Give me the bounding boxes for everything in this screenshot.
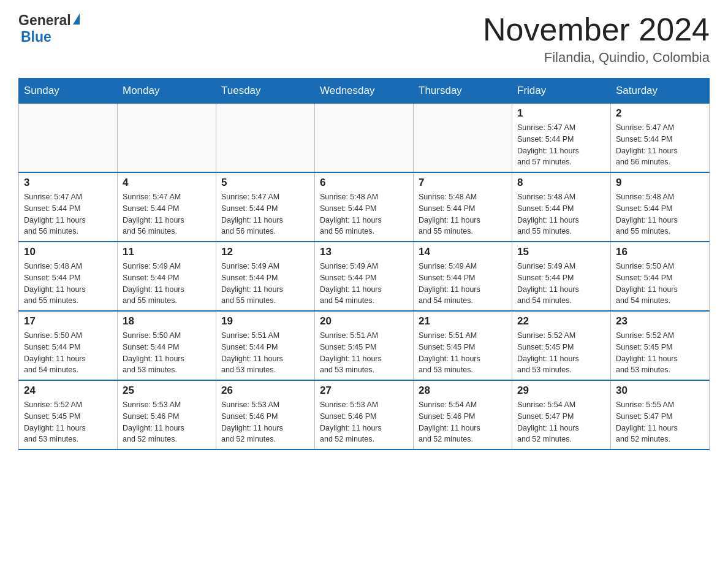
day-number: 11	[123, 246, 211, 258]
table-row: 2Sunrise: 5:47 AMSunset: 5:44 PMDaylight…	[611, 104, 710, 173]
header-sunday: Sunday	[19, 79, 118, 104]
day-number: 16	[616, 246, 704, 258]
table-row: 10Sunrise: 5:48 AMSunset: 5:44 PMDayligh…	[19, 242, 118, 311]
day-number: 20	[320, 315, 408, 327]
table-row: 26Sunrise: 5:53 AMSunset: 5:46 PMDayligh…	[216, 380, 315, 450]
table-row: 23Sunrise: 5:52 AMSunset: 5:45 PMDayligh…	[611, 311, 710, 380]
day-number: 18	[123, 315, 211, 327]
day-info: Sunrise: 5:47 AMSunset: 5:44 PMDaylight:…	[123, 191, 211, 237]
table-row	[216, 104, 315, 173]
day-info: Sunrise: 5:50 AMSunset: 5:44 PMDaylight:…	[616, 261, 704, 307]
day-info: Sunrise: 5:48 AMSunset: 5:44 PMDaylight:…	[320, 191, 408, 237]
day-info: Sunrise: 5:48 AMSunset: 5:44 PMDaylight:…	[419, 191, 507, 237]
day-info: Sunrise: 5:53 AMSunset: 5:46 PMDaylight:…	[123, 399, 211, 445]
logo-triangle-icon	[73, 13, 80, 25]
table-row	[118, 104, 216, 173]
day-info: Sunrise: 5:50 AMSunset: 5:44 PMDaylight:…	[123, 330, 211, 376]
day-number: 7	[419, 177, 507, 189]
day-info: Sunrise: 5:51 AMSunset: 5:44 PMDaylight:…	[221, 330, 309, 376]
header-saturday: Saturday	[611, 79, 710, 104]
month-title: November 2024	[483, 12, 710, 47]
day-info: Sunrise: 5:52 AMSunset: 5:45 PMDaylight:…	[616, 330, 704, 376]
table-row: 11Sunrise: 5:49 AMSunset: 5:44 PMDayligh…	[118, 242, 216, 311]
day-number: 9	[616, 177, 704, 189]
day-info: Sunrise: 5:54 AMSunset: 5:47 PMDaylight:…	[517, 399, 605, 445]
page-header: General Blue November 2024 Filandia, Qui…	[18, 12, 710, 66]
table-row	[414, 104, 512, 173]
day-number: 25	[123, 385, 211, 397]
day-number: 14	[419, 246, 507, 258]
day-number: 15	[517, 246, 605, 258]
day-number: 21	[419, 315, 507, 327]
day-number: 29	[517, 385, 605, 397]
day-info: Sunrise: 5:49 AMSunset: 5:44 PMDaylight:…	[419, 261, 507, 307]
day-number: 10	[24, 246, 112, 258]
header-wednesday: Wednesday	[315, 79, 414, 104]
table-row: 6Sunrise: 5:48 AMSunset: 5:44 PMDaylight…	[315, 172, 414, 242]
day-info: Sunrise: 5:53 AMSunset: 5:46 PMDaylight:…	[320, 399, 408, 445]
day-info: Sunrise: 5:51 AMSunset: 5:45 PMDaylight:…	[320, 330, 408, 376]
calendar-week-row: 24Sunrise: 5:52 AMSunset: 5:45 PMDayligh…	[19, 380, 710, 450]
table-row: 5Sunrise: 5:47 AMSunset: 5:44 PMDaylight…	[216, 172, 315, 242]
table-row: 14Sunrise: 5:49 AMSunset: 5:44 PMDayligh…	[414, 242, 512, 311]
day-number: 12	[221, 246, 309, 258]
day-number: 17	[24, 315, 112, 327]
header-thursday: Thursday	[414, 79, 512, 104]
table-row: 21Sunrise: 5:51 AMSunset: 5:45 PMDayligh…	[414, 311, 512, 380]
day-number: 4	[123, 177, 211, 189]
table-row: 19Sunrise: 5:51 AMSunset: 5:44 PMDayligh…	[216, 311, 315, 380]
day-info: Sunrise: 5:48 AMSunset: 5:44 PMDaylight:…	[24, 261, 112, 307]
header-tuesday: Tuesday	[216, 79, 315, 104]
day-number: 3	[24, 177, 112, 189]
table-row: 29Sunrise: 5:54 AMSunset: 5:47 PMDayligh…	[512, 380, 611, 450]
day-number: 22	[517, 315, 605, 327]
logo-general-text: General	[18, 12, 71, 29]
title-section: November 2024 Filandia, Quindio, Colombi…	[483, 12, 710, 66]
day-number: 6	[320, 177, 408, 189]
table-row: 12Sunrise: 5:49 AMSunset: 5:44 PMDayligh…	[216, 242, 315, 311]
day-number: 8	[517, 177, 605, 189]
table-row	[19, 104, 118, 173]
table-row: 3Sunrise: 5:47 AMSunset: 5:44 PMDaylight…	[19, 172, 118, 242]
day-number: 13	[320, 246, 408, 258]
day-info: Sunrise: 5:50 AMSunset: 5:44 PMDaylight:…	[24, 330, 112, 376]
day-info: Sunrise: 5:47 AMSunset: 5:44 PMDaylight:…	[221, 191, 309, 237]
day-number: 5	[221, 177, 309, 189]
logo: General Blue	[18, 12, 80, 45]
location-subtitle: Filandia, Quindio, Colombia	[483, 50, 710, 66]
day-info: Sunrise: 5:48 AMSunset: 5:44 PMDaylight:…	[517, 191, 605, 237]
table-row: 24Sunrise: 5:52 AMSunset: 5:45 PMDayligh…	[19, 380, 118, 450]
table-row: 4Sunrise: 5:47 AMSunset: 5:44 PMDaylight…	[118, 172, 216, 242]
table-row: 9Sunrise: 5:48 AMSunset: 5:44 PMDaylight…	[611, 172, 710, 242]
table-row: 25Sunrise: 5:53 AMSunset: 5:46 PMDayligh…	[118, 380, 216, 450]
day-info: Sunrise: 5:47 AMSunset: 5:44 PMDaylight:…	[616, 122, 704, 168]
day-info: Sunrise: 5:48 AMSunset: 5:44 PMDaylight:…	[616, 191, 704, 237]
table-row: 22Sunrise: 5:52 AMSunset: 5:45 PMDayligh…	[512, 311, 611, 380]
table-row: 30Sunrise: 5:55 AMSunset: 5:47 PMDayligh…	[611, 380, 710, 450]
header-friday: Friday	[512, 79, 611, 104]
logo-blue-text: Blue	[21, 29, 51, 45]
day-info: Sunrise: 5:52 AMSunset: 5:45 PMDaylight:…	[517, 330, 605, 376]
day-info: Sunrise: 5:49 AMSunset: 5:44 PMDaylight:…	[320, 261, 408, 307]
calendar-week-row: 1Sunrise: 5:47 AMSunset: 5:44 PMDaylight…	[19, 104, 710, 173]
calendar-week-row: 10Sunrise: 5:48 AMSunset: 5:44 PMDayligh…	[19, 242, 710, 311]
table-row: 20Sunrise: 5:51 AMSunset: 5:45 PMDayligh…	[315, 311, 414, 380]
calendar-header-row: Sunday Monday Tuesday Wednesday Thursday…	[19, 79, 710, 104]
calendar-table: Sunday Monday Tuesday Wednesday Thursday…	[18, 78, 710, 450]
table-row: 17Sunrise: 5:50 AMSunset: 5:44 PMDayligh…	[19, 311, 118, 380]
table-row: 13Sunrise: 5:49 AMSunset: 5:44 PMDayligh…	[315, 242, 414, 311]
day-number: 26	[221, 385, 309, 397]
table-row: 1Sunrise: 5:47 AMSunset: 5:44 PMDaylight…	[512, 104, 611, 173]
day-number: 28	[419, 385, 507, 397]
day-number: 19	[221, 315, 309, 327]
day-info: Sunrise: 5:54 AMSunset: 5:46 PMDaylight:…	[419, 399, 507, 445]
day-info: Sunrise: 5:49 AMSunset: 5:44 PMDaylight:…	[221, 261, 309, 307]
day-number: 27	[320, 385, 408, 397]
day-info: Sunrise: 5:49 AMSunset: 5:44 PMDaylight:…	[517, 261, 605, 307]
day-info: Sunrise: 5:55 AMSunset: 5:47 PMDaylight:…	[616, 399, 704, 445]
day-info: Sunrise: 5:49 AMSunset: 5:44 PMDaylight:…	[123, 261, 211, 307]
day-info: Sunrise: 5:47 AMSunset: 5:44 PMDaylight:…	[517, 122, 605, 168]
day-info: Sunrise: 5:52 AMSunset: 5:45 PMDaylight:…	[24, 399, 112, 445]
day-info: Sunrise: 5:53 AMSunset: 5:46 PMDaylight:…	[221, 399, 309, 445]
day-number: 1	[517, 107, 605, 120]
